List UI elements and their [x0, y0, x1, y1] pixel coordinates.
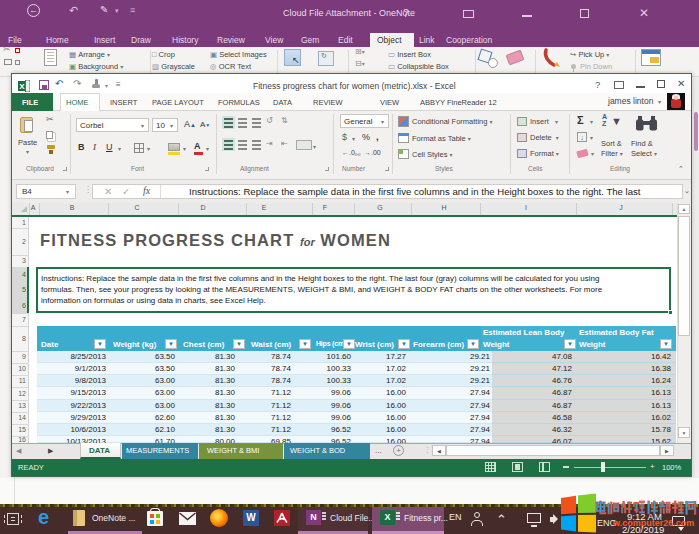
svg-text:X: X [19, 82, 25, 91]
